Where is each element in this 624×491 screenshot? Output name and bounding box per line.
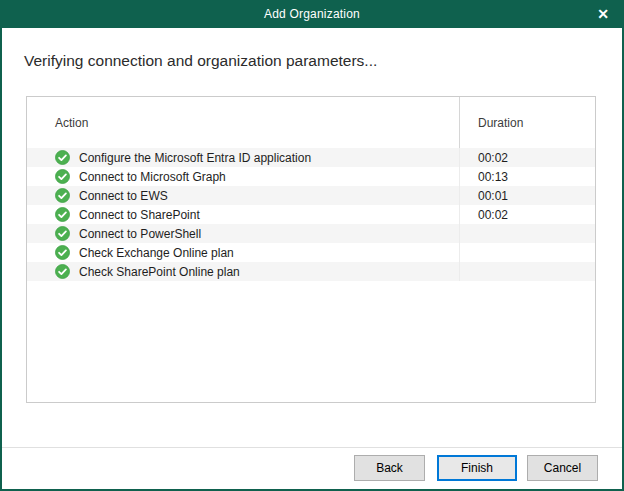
action-cell: Configure the Microsoft Entra ID applica…: [27, 148, 459, 167]
success-check-icon: [55, 245, 70, 260]
duration-value: 00:02: [478, 151, 508, 165]
action-cell: Connect to SharePoint: [27, 205, 459, 224]
duration-value: 00:02: [478, 208, 508, 222]
table-body: Configure the Microsoft Entra ID applica…: [27, 148, 595, 281]
table-row[interactable]: Connect to EWS 00:01: [27, 186, 595, 205]
duration-cell: 00:01: [459, 186, 595, 205]
duration-cell: 00:02: [459, 148, 595, 167]
table-row[interactable]: Check SharePoint Online plan: [27, 262, 595, 281]
duration-cell: [459, 243, 595, 262]
column-header-action[interactable]: Action: [27, 116, 459, 130]
action-label: Connect to Microsoft Graph: [79, 170, 226, 184]
success-check-icon: [55, 226, 70, 241]
cancel-button[interactable]: Cancel: [527, 455, 598, 481]
action-cell: Connect to Microsoft Graph: [27, 167, 459, 186]
duration-cell: 00:13: [459, 167, 595, 186]
back-button[interactable]: Back: [354, 455, 425, 481]
duration-cell: [459, 224, 595, 243]
footer-divider: [2, 447, 622, 448]
action-cell: Connect to PowerShell: [27, 224, 459, 243]
close-button[interactable]: ✕: [582, 0, 624, 28]
action-label: Connect to EWS: [79, 189, 168, 203]
add-organization-dialog: Add Organization ✕ Verifying connection …: [0, 0, 624, 491]
action-label: Configure the Microsoft Entra ID applica…: [79, 151, 311, 165]
table-row[interactable]: Connect to PowerShell: [27, 224, 595, 243]
table-header-row: Action Duration: [27, 97, 595, 148]
action-cell: Check Exchange Online plan: [27, 243, 459, 262]
column-header-duration[interactable]: Duration: [459, 97, 595, 148]
window-title: Add Organization: [264, 7, 360, 21]
success-check-icon: [55, 150, 70, 165]
table-row[interactable]: Check Exchange Online plan: [27, 243, 595, 262]
action-cell: Check SharePoint Online plan: [27, 262, 459, 281]
finish-button[interactable]: Finish: [437, 455, 517, 481]
success-check-icon: [55, 169, 70, 184]
table-row[interactable]: Connect to SharePoint 00:02: [27, 205, 595, 224]
page-title: Verifying connection and organization pa…: [24, 52, 377, 70]
duration-cell: [459, 262, 595, 281]
duration-cell: 00:02: [459, 205, 595, 224]
dialog-content: Verifying connection and organization pa…: [2, 28, 622, 489]
action-label: Check Exchange Online plan: [79, 246, 234, 260]
table-row[interactable]: Configure the Microsoft Entra ID applica…: [27, 148, 595, 167]
action-label: Connect to SharePoint: [79, 208, 200, 222]
close-icon: ✕: [597, 6, 609, 22]
verification-steps-table: Action Duration Configure the Microsoft …: [26, 96, 596, 403]
titlebar: Add Organization ✕: [0, 0, 624, 28]
table-row[interactable]: Connect to Microsoft Graph 00:13: [27, 167, 595, 186]
success-check-icon: [55, 264, 70, 279]
duration-value: 00:01: [478, 189, 508, 203]
action-cell: Connect to EWS: [27, 186, 459, 205]
action-label: Check SharePoint Online plan: [79, 265, 240, 279]
duration-value: 00:13: [478, 170, 508, 184]
success-check-icon: [55, 207, 70, 222]
action-label: Connect to PowerShell: [79, 227, 201, 241]
success-check-icon: [55, 188, 70, 203]
